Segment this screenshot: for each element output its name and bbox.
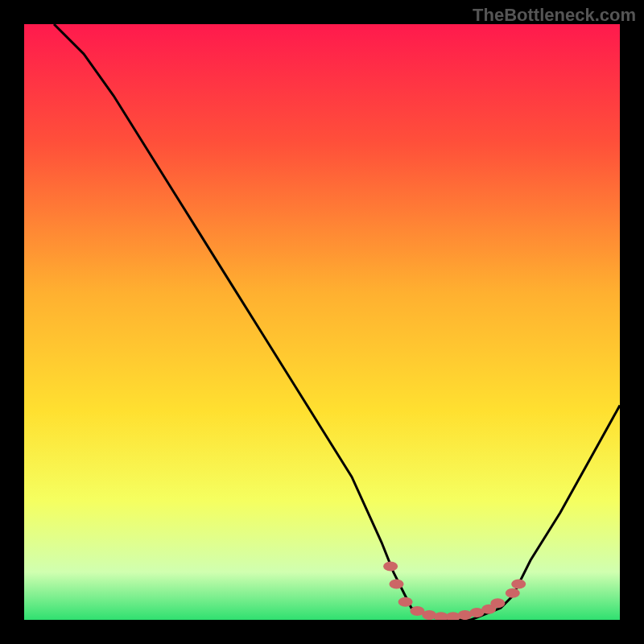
- marker-dot: [506, 588, 520, 598]
- chart-container: [24, 24, 620, 620]
- marker-dot: [511, 580, 526, 589]
- gradient-background: [24, 24, 620, 620]
- bottleneck-chart: [24, 24, 620, 620]
- marker-dot: [390, 580, 404, 589]
- marker-dot: [398, 597, 413, 607]
- watermark-text: TheBottleneck.com: [473, 5, 636, 26]
- marker-dot: [490, 598, 505, 608]
- marker-dot: [383, 561, 398, 571]
